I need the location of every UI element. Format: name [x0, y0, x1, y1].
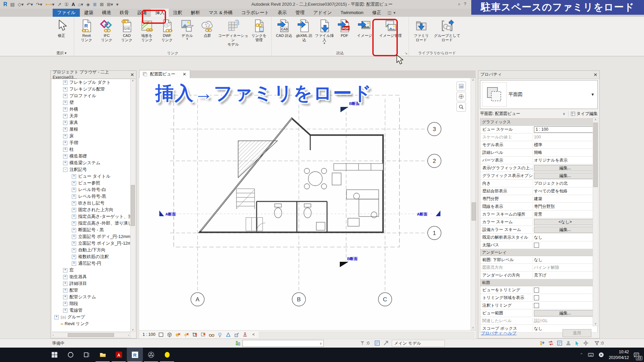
property-row[interactable]: 太陽パス [480, 241, 597, 249]
property-row[interactable]: モデル表示標準 [480, 141, 597, 149]
options-icon[interactable] [583, 340, 589, 346]
property-row[interactable]: アンダーレイの方向見下げ [480, 272, 597, 279]
tree-expander-icon[interactable]: + [63, 121, 67, 125]
property-edit-button[interactable]: <なし> [534, 219, 596, 225]
ribbon-collapse-icon[interactable]: ▾ [393, 10, 395, 15]
property-value[interactable]: 標準 [534, 142, 542, 148]
tab-管理[interactable]: 管理 [291, 9, 309, 17]
property-row[interactable]: 関連したレベル設計GL [480, 317, 597, 325]
property-row[interactable]: 表示/グラフィックスの上...編集... [480, 164, 597, 172]
worksharing-combobox[interactable]: ∨ [243, 340, 324, 347]
button-修正[interactable]: 修正 [52, 18, 71, 38]
search-icon[interactable]: ⌕ [458, 1, 460, 7]
tray-expand-icon[interactable]: ⌃ [580, 352, 583, 357]
tab-コラボレート[interactable]: コラボレート [237, 9, 273, 17]
property-value[interactable]: 専門分野別 [534, 204, 554, 209]
property-value-input[interactable]: 1 : 100 [534, 126, 596, 133]
tree-item[interactable]: +ビュー参照 [52, 180, 130, 186]
transfer-icon[interactable] [548, 340, 554, 346]
keyboard-icon[interactable] [588, 352, 594, 358]
property-value[interactable]: 建築 [534, 196, 542, 202]
tree-expander-icon[interactable]: - [63, 168, 67, 172]
tree-item[interactable]: +外構 [52, 106, 130, 113]
tab-鉄骨[interactable]: 鉄骨 [115, 9, 133, 17]
tree-expander-icon[interactable]: + [72, 235, 76, 239]
sun-settings-off-icon[interactable] [183, 332, 189, 338]
sun-path-off-icon[interactable] [175, 332, 181, 338]
remove-hardware-icon[interactable] [598, 352, 604, 358]
tree-item[interactable]: -注釈記号 [52, 166, 130, 173]
property-row[interactable]: 詳細レベル簡略 [480, 149, 597, 157]
tree-item[interactable]: +壁 [52, 99, 130, 106]
property-row[interactable]: トリミング領域を表示 [480, 294, 597, 302]
tree-item[interactable]: +∞Revit リンク [52, 320, 130, 327]
edit-type-button[interactable]: タイプ編集 [568, 111, 598, 117]
tree-expander-icon[interactable]: + [72, 221, 76, 226]
revit-icon[interactable]: R [127, 348, 143, 362]
tree-item[interactable]: +[◎]グループ [52, 314, 130, 320]
grid-bubble-A[interactable]: A [191, 293, 204, 306]
property-value[interactable]: オリジナルを表示 [534, 158, 568, 163]
workset-user-icon[interactable] [566, 340, 571, 346]
tree-item[interactable]: +窓 [52, 267, 130, 274]
notification-center-icon[interactable]: 23 [634, 352, 639, 358]
properties-scrollbar[interactable]: ˄˅ [593, 118, 598, 326]
property-value[interactable]: 設計GL [534, 318, 548, 324]
tree-expander-icon[interactable]: + [63, 114, 67, 118]
tree-expander-icon[interactable]: + [63, 94, 67, 98]
default-3d-view-icon[interactable]: ⌂▾ [78, 2, 83, 7]
tab-修正[interactable]: 修正 [368, 9, 386, 17]
aligned-dimension-icon[interactable]: ↗ [57, 2, 61, 7]
property-section-アンダーレイ[interactable]: アンダーレイ˄ [480, 249, 597, 256]
steering-wheel-button[interactable] [457, 92, 466, 101]
tree-expander-icon[interactable]: + [72, 194, 76, 199]
property-row[interactable]: 注釈トリミング [480, 302, 597, 309]
tree-expander-icon[interactable]: + [63, 275, 67, 279]
tab-注釈[interactable]: 注釈 [169, 9, 186, 17]
modify-panel-icon[interactable]: ◫ [388, 10, 391, 15]
view-tab[interactable]: 配置図ビュー ✕ [139, 70, 190, 78]
tree-expander-icon[interactable]: + [72, 201, 76, 205]
chevron-down-icon[interactable]: ∨ [560, 112, 568, 116]
tab-建築[interactable]: 建築 [80, 9, 98, 17]
tree-expander-icon[interactable]: + [63, 107, 67, 112]
show-crop-off-icon[interactable] [200, 332, 206, 338]
button-ファイル挿入[interactable]: ファイル挿入▾ [315, 18, 334, 44]
explorer-icon[interactable] [95, 348, 111, 362]
tree-item[interactable]: +天井 [52, 113, 130, 119]
filter-icon[interactable] [360, 340, 365, 346]
tree-item[interactable]: +フレキシブル ダクト [52, 79, 130, 86]
property-row[interactable]: 壁結合部表示すべての壁を包絡 [480, 187, 597, 195]
displacement-icon[interactable] [234, 332, 239, 338]
text-icon[interactable]: A [72, 2, 75, 7]
tab-マス & 外構[interactable]: マス & 外構 [204, 9, 237, 17]
select-toggle-icon[interactable] [574, 340, 580, 346]
button-点群[interactable]: 点群 [198, 18, 217, 38]
tree-item[interactable]: +構造基礎 [52, 153, 130, 160]
close-hidden-windows-icon[interactable]: ⊠ [100, 2, 104, 7]
apply-button[interactable]: 適用 [562, 329, 591, 337]
property-value[interactable]: すべての壁を包絡 [534, 188, 568, 194]
tree-item[interactable]: +複数鉄筋の注釈 [52, 253, 130, 260]
property-value[interactable]: なし [534, 235, 542, 240]
revit-logo-icon[interactable]: R [3, 2, 7, 7]
button-CADリンク[interactable]: CADCAD リンク [117, 18, 137, 42]
property-row[interactable]: パーツ表示オリジナルを表示 [480, 157, 597, 164]
button-ファミリロード[interactable]: ファミリ ロード [412, 18, 431, 42]
tree-item[interactable]: +床 [52, 133, 130, 139]
tree-item[interactable]: +立面記号 ポインタ_円-12m [52, 240, 130, 247]
tree-expander-icon[interactable]: + [63, 268, 67, 273]
tag-icon[interactable]: ① [64, 2, 69, 7]
tree-expander-icon[interactable]: + [63, 161, 67, 165]
browser-vertical-scrollbar[interactable]: ˄˅ [130, 79, 136, 332]
scale-button[interactable]: 1 : 100 [143, 332, 155, 337]
tab-アドイン[interactable]: アドイン [309, 9, 336, 17]
property-row[interactable]: 範囲: 下部レベルなし [480, 256, 597, 264]
tree-item[interactable]: +屋根 [52, 126, 130, 133]
tree-expander-icon[interactable]: + [72, 261, 76, 266]
tab-表示[interactable]: 表示 [273, 9, 291, 17]
search-circle-icon[interactable] [62, 348, 78, 362]
tree-expander-icon[interactable]: + [72, 241, 76, 246]
tree-expander-icon[interactable]: + [72, 228, 76, 232]
tree-expander-icon[interactable]: + [63, 134, 67, 138]
